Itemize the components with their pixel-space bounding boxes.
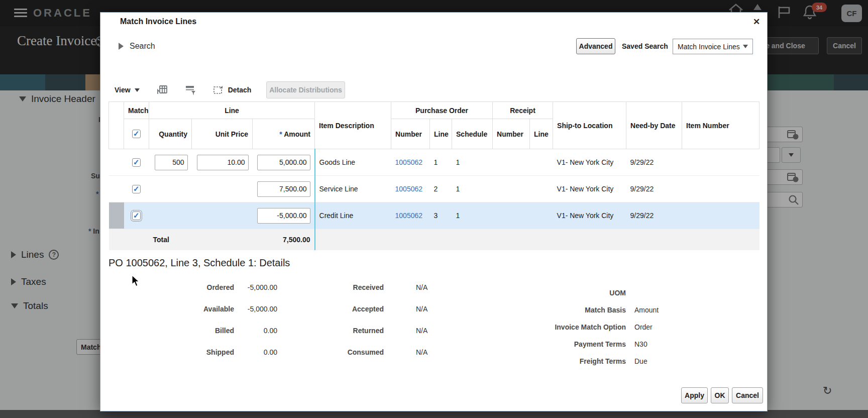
apply-button[interactable]: Apply — [681, 387, 708, 403]
receipt-line-header[interactable]: Line — [530, 119, 553, 149]
saved-search-select[interactable]: Match Invoice Lines — [673, 39, 753, 54]
detail-label: Invoice Match Option — [505, 323, 626, 331]
detail-value: -5,000.00 — [234, 283, 277, 291]
dialog-footer: Apply OK Cancel — [100, 386, 768, 404]
detail-label: UOM — [505, 289, 626, 297]
po-number-link[interactable]: 1005062 — [395, 158, 423, 166]
po-number-cell: 1005062 — [391, 176, 430, 202]
detail-label: Freight Terms — [505, 357, 626, 365]
unit-price-header[interactable]: Unit Price — [192, 119, 253, 149]
amount-input[interactable] — [257, 155, 310, 170]
total-row: Total 7,500.00 — [109, 229, 759, 250]
ship-to-cell: V1- New York City — [553, 202, 626, 229]
search-disclosure[interactable]: Search — [119, 42, 155, 51]
close-icon[interactable]: ✕ — [749, 15, 764, 29]
table-row[interactable]: Goods Line 1005062 1 1 V1- New York City… — [109, 149, 759, 176]
row-selection-gutter[interactable] — [109, 149, 124, 176]
match-checkbox[interactable] — [132, 185, 141, 193]
receipt-group-header: Receipt — [493, 102, 553, 119]
ok-button[interactable]: OK — [711, 387, 729, 403]
receipt-number-cell — [493, 149, 530, 176]
detail-value: -5,000.00 — [234, 305, 277, 313]
details-receipts-group: ReceivedN/A AcceptedN/A ReturnedN/A Cons… — [293, 276, 427, 363]
detach-icon[interactable] — [213, 85, 224, 95]
item-number-cell — [682, 176, 759, 202]
detail-value: N/A — [416, 305, 427, 313]
chevron-down-icon — [743, 45, 748, 48]
po-line-header[interactable]: Line — [430, 119, 452, 149]
po-schedule-cell: 1 — [452, 149, 493, 176]
need-by-cell: 9/29/22 — [626, 176, 682, 202]
unit-price-cell — [192, 176, 253, 202]
view-menu-button[interactable]: View — [115, 86, 140, 94]
details-heading: PO 1005062, Line 3, Schedule 1: Details — [108, 257, 290, 269]
quantity-cell — [149, 149, 192, 176]
po-schedule-cell: 1 — [452, 176, 493, 202]
po-number-cell: 1005062 — [391, 149, 430, 176]
match-checkbox-cell — [124, 176, 149, 202]
allocate-distributions-button: Allocate Distributions — [266, 81, 345, 98]
need-by-cell: 9/29/22 — [626, 149, 682, 176]
detail-value: 0.00 — [234, 348, 277, 356]
total-label: Total — [149, 229, 192, 250]
detail-label: Accepted — [293, 305, 384, 313]
detail-value: 0.00 — [234, 327, 277, 335]
line-group-header: Line — [149, 102, 315, 119]
row-selection-gutter[interactable] — [109, 202, 124, 229]
row-selection-gutter[interactable] — [109, 176, 124, 202]
po-line-cell: 2 — [430, 176, 452, 202]
match-checkbox[interactable] — [132, 158, 141, 167]
screen: ORACLE 34 CF Create Invoice: ? Save and … — [0, 0, 868, 418]
item-number-header[interactable]: Item Number — [682, 102, 759, 149]
item-number-cell — [682, 149, 759, 176]
unit-price-cell — [192, 149, 253, 176]
details-quantities-group: Ordered-5,000.00 Available-5,000.00 Bill… — [154, 276, 277, 363]
amount-input[interactable] — [257, 181, 310, 197]
po-number-link[interactable]: 1005062 — [395, 212, 423, 220]
amount-cell — [253, 149, 315, 176]
detail-label: Match Basis — [505, 306, 626, 314]
select-all-checkbox[interactable] — [132, 130, 141, 138]
table-row[interactable]: Service Line 1005062 2 1 V1- New York Ci… — [109, 176, 759, 202]
amount-header[interactable]: * Amount — [253, 119, 315, 149]
receipt-number-cell — [493, 176, 530, 202]
quantity-input[interactable] — [155, 155, 188, 170]
po-schedule-header[interactable]: Schedule — [452, 119, 493, 149]
receipt-number-header[interactable]: Number — [493, 119, 530, 149]
freeze-columns-icon[interactable] — [157, 85, 168, 95]
detach-button[interactable]: Detach — [228, 86, 252, 94]
quantity-cell — [149, 202, 192, 229]
saved-search-label: Saved Search — [622, 42, 668, 50]
detail-label: Billed — [154, 327, 234, 335]
po-number-cell: 1005062 — [391, 202, 430, 229]
query-by-example-icon[interactable] — [185, 85, 196, 95]
po-schedule-cell: 1 — [452, 202, 493, 229]
item-description-header[interactable]: Item Description — [315, 102, 391, 149]
match-checkbox-cell — [124, 149, 149, 176]
dialog-title: Match Invoice Lines — [120, 17, 196, 26]
item-description-cell: Goods Line — [315, 149, 391, 176]
quantity-header[interactable]: Quantity — [149, 119, 192, 149]
advanced-search-button[interactable]: Advanced — [576, 38, 615, 54]
table-row-selected[interactable]: Credit Line 1005062 3 1 V1- New York Cit… — [109, 202, 759, 229]
match-lines-table: Match Line Item Description Purchase Ord… — [108, 101, 759, 250]
amount-cell — [253, 176, 315, 202]
po-number-link[interactable]: 1005062 — [395, 185, 423, 193]
ship-to-location-header[interactable]: Ship-to Location — [553, 102, 626, 149]
details-attributes-group: UOM Match BasisAmount Invoice Match Opti… — [505, 284, 659, 370]
unit-price-input[interactable] — [197, 155, 249, 170]
detail-value: N/A — [416, 327, 427, 335]
detail-value: N30 — [634, 340, 647, 348]
purchase-order-group-header: Purchase Order — [391, 102, 493, 119]
detail-label: Returned — [293, 327, 384, 335]
search-label: Search — [130, 42, 155, 51]
detail-label: Shipped — [154, 348, 234, 356]
need-by-date-header[interactable]: Need-by Date — [626, 102, 682, 149]
match-checkbox[interactable] — [132, 212, 141, 220]
po-line-cell: 3 — [430, 202, 452, 229]
dialog-cancel-button[interactable]: Cancel — [732, 387, 763, 403]
po-number-header[interactable]: Number — [391, 119, 430, 149]
detail-label: Ordered — [154, 283, 234, 291]
chevron-down-icon — [135, 88, 140, 92]
amount-input[interactable] — [257, 208, 310, 224]
